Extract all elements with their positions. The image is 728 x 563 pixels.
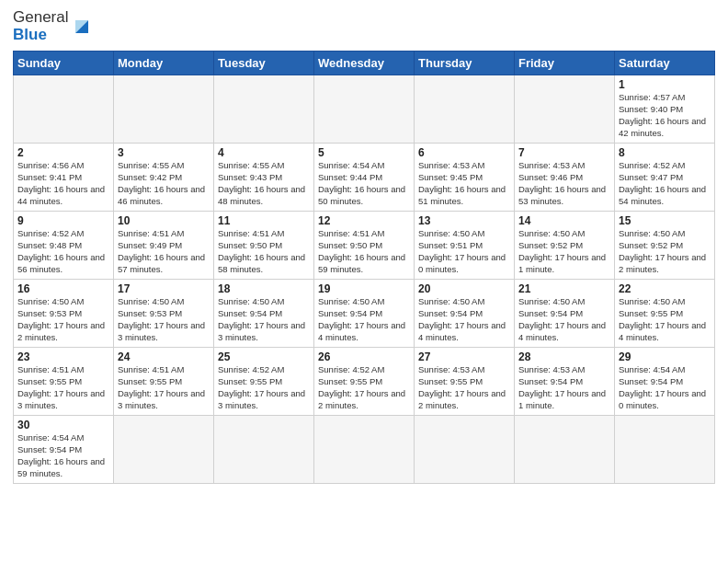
calendar-day-cell: 30Sunrise: 4:54 AM Sunset: 9:54 PM Dayli… [14,416,114,484]
calendar-day-cell: 6Sunrise: 4:53 AM Sunset: 9:45 PM Daylig… [415,144,515,212]
day-number: 22 [619,282,711,295]
day-number: 19 [318,282,410,295]
calendar-day-cell: 10Sunrise: 4:51 AM Sunset: 9:49 PM Dayli… [114,212,214,280]
calendar-day-cell: 4Sunrise: 4:55 AM Sunset: 9:43 PM Daylig… [214,144,314,212]
day-info: Sunrise: 4:51 AM Sunset: 9:50 PM Dayligh… [318,228,410,275]
day-number: 1 [619,78,711,91]
logo-general: General [13,9,68,27]
calendar-week-row: 16Sunrise: 4:50 AM Sunset: 9:53 PM Dayli… [14,280,715,348]
calendar-day-cell: 7Sunrise: 4:53 AM Sunset: 9:46 PM Daylig… [515,144,615,212]
calendar-day-cell [314,75,415,144]
day-info: Sunrise: 4:52 AM Sunset: 9:48 PM Dayligh… [17,228,109,275]
logo-text: General Blue [13,9,68,43]
day-info: Sunrise: 4:56 AM Sunset: 9:41 PM Dayligh… [17,160,109,207]
day-number: 3 [118,146,210,159]
calendar-week-row: 1Sunrise: 4:57 AM Sunset: 9:40 PM Daylig… [14,75,715,144]
day-info: Sunrise: 4:54 AM Sunset: 9:44 PM Dayligh… [318,160,410,207]
calendar-day-cell [114,75,214,144]
calendar-day-cell: 24Sunrise: 4:51 AM Sunset: 9:55 PM Dayli… [114,348,214,416]
day-info: Sunrise: 4:50 AM Sunset: 9:54 PM Dayligh… [218,296,310,343]
day-number: 21 [518,282,610,295]
day-number: 13 [418,214,510,227]
calendar-day-cell: 1Sunrise: 4:57 AM Sunset: 9:40 PM Daylig… [615,75,715,144]
calendar-day-cell: 5Sunrise: 4:54 AM Sunset: 9:44 PM Daylig… [314,144,415,212]
calendar-day-cell: 15Sunrise: 4:50 AM Sunset: 9:52 PM Dayli… [615,212,715,280]
calendar-week-row: 23Sunrise: 4:51 AM Sunset: 9:55 PM Dayli… [14,348,715,416]
calendar-day-cell: 20Sunrise: 4:50 AM Sunset: 9:54 PM Dayli… [415,280,515,348]
day-info: Sunrise: 4:50 AM Sunset: 9:53 PM Dayligh… [17,296,109,343]
day-number: 30 [17,419,109,431]
day-number: 18 [218,282,310,295]
header: General Blue [13,9,715,43]
calendar-day-cell: 17Sunrise: 4:50 AM Sunset: 9:53 PM Dayli… [114,280,214,348]
calendar-day-cell [515,416,615,484]
calendar-day-cell: 22Sunrise: 4:50 AM Sunset: 9:55 PM Dayli… [615,280,715,348]
day-info: Sunrise: 4:51 AM Sunset: 9:49 PM Dayligh… [118,228,210,275]
calendar-day-cell: 25Sunrise: 4:52 AM Sunset: 9:55 PM Dayli… [214,348,314,416]
day-number: 26 [318,350,410,363]
calendar-day-cell [214,75,314,144]
day-number: 7 [518,146,610,159]
day-number: 29 [619,350,711,363]
calendar-day-cell: 26Sunrise: 4:52 AM Sunset: 9:55 PM Dayli… [314,348,415,416]
calendar-day-cell [615,416,715,484]
day-info: Sunrise: 4:50 AM Sunset: 9:53 PM Dayligh… [118,296,210,343]
day-number: 27 [418,350,510,363]
day-info: Sunrise: 4:50 AM Sunset: 9:51 PM Dayligh… [418,228,510,275]
calendar-day-cell [415,416,515,484]
calendar-day-cell: 18Sunrise: 4:50 AM Sunset: 9:54 PM Dayli… [214,280,314,348]
logo-blue: Blue [13,27,68,44]
calendar-day-cell [214,416,314,484]
day-info: Sunrise: 4:53 AM Sunset: 9:46 PM Dayligh… [518,160,610,207]
day-info: Sunrise: 4:50 AM Sunset: 9:52 PM Dayligh… [619,228,711,275]
calendar-day-cell: 12Sunrise: 4:51 AM Sunset: 9:50 PM Dayli… [314,212,415,280]
day-info: Sunrise: 4:50 AM Sunset: 9:55 PM Dayligh… [619,296,711,343]
calendar-day-cell: 2Sunrise: 4:56 AM Sunset: 9:41 PM Daylig… [14,144,114,212]
calendar-week-row: 9Sunrise: 4:52 AM Sunset: 9:48 PM Daylig… [14,212,715,280]
calendar-day-cell: 3Sunrise: 4:55 AM Sunset: 9:42 PM Daylig… [114,144,214,212]
day-info: Sunrise: 4:51 AM Sunset: 9:55 PM Dayligh… [118,364,210,411]
day-info: Sunrise: 4:51 AM Sunset: 9:50 PM Dayligh… [218,228,310,275]
calendar-header-tuesday: Tuesday [214,52,314,75]
calendar-week-row: 30Sunrise: 4:54 AM Sunset: 9:54 PM Dayli… [14,416,715,484]
logo-triangle-icon [72,17,92,37]
day-number: 12 [318,214,410,227]
day-number: 20 [418,282,510,295]
calendar-day-cell [14,75,114,144]
day-number: 17 [118,282,210,295]
calendar-day-cell: 14Sunrise: 4:50 AM Sunset: 9:52 PM Dayli… [515,212,615,280]
day-info: Sunrise: 4:55 AM Sunset: 9:43 PM Dayligh… [218,160,310,207]
day-number: 2 [17,146,109,159]
calendar-header-monday: Monday [114,52,214,75]
calendar-header-row: SundayMondayTuesdayWednesdayThursdayFrid… [14,52,715,75]
calendar-header-friday: Friday [515,52,615,75]
day-number: 23 [17,350,109,363]
calendar-day-cell [114,416,214,484]
day-info: Sunrise: 4:53 AM Sunset: 9:55 PM Dayligh… [418,364,510,411]
day-info: Sunrise: 4:50 AM Sunset: 9:54 PM Dayligh… [318,296,410,343]
calendar-day-cell: 9Sunrise: 4:52 AM Sunset: 9:48 PM Daylig… [14,212,114,280]
day-number: 16 [17,282,109,295]
calendar: SundayMondayTuesdayWednesdayThursdayFrid… [13,51,715,484]
day-info: Sunrise: 4:50 AM Sunset: 9:54 PM Dayligh… [518,296,610,343]
calendar-day-cell: 16Sunrise: 4:50 AM Sunset: 9:53 PM Dayli… [14,280,114,348]
day-number: 4 [218,146,310,159]
calendar-day-cell [314,416,415,484]
day-info: Sunrise: 4:54 AM Sunset: 9:54 PM Dayligh… [619,364,711,411]
day-info: Sunrise: 4:55 AM Sunset: 9:42 PM Dayligh… [118,160,210,207]
calendar-day-cell: 8Sunrise: 4:52 AM Sunset: 9:47 PM Daylig… [615,144,715,212]
calendar-day-cell: 23Sunrise: 4:51 AM Sunset: 9:55 PM Dayli… [14,348,114,416]
day-number: 8 [619,146,711,159]
day-info: Sunrise: 4:57 AM Sunset: 9:40 PM Dayligh… [619,92,711,139]
day-info: Sunrise: 4:52 AM Sunset: 9:55 PM Dayligh… [318,364,410,411]
calendar-day-cell: 11Sunrise: 4:51 AM Sunset: 9:50 PM Dayli… [214,212,314,280]
day-info: Sunrise: 4:52 AM Sunset: 9:55 PM Dayligh… [218,364,310,411]
day-info: Sunrise: 4:52 AM Sunset: 9:47 PM Dayligh… [619,160,711,207]
day-number: 10 [118,214,210,227]
calendar-day-cell: 13Sunrise: 4:50 AM Sunset: 9:51 PM Dayli… [415,212,515,280]
calendar-header-wednesday: Wednesday [314,52,415,75]
calendar-day-cell: 19Sunrise: 4:50 AM Sunset: 9:54 PM Dayli… [314,280,415,348]
logo: General Blue [13,9,92,43]
calendar-header-thursday: Thursday [415,52,515,75]
day-info: Sunrise: 4:54 AM Sunset: 9:54 PM Dayligh… [17,432,109,479]
